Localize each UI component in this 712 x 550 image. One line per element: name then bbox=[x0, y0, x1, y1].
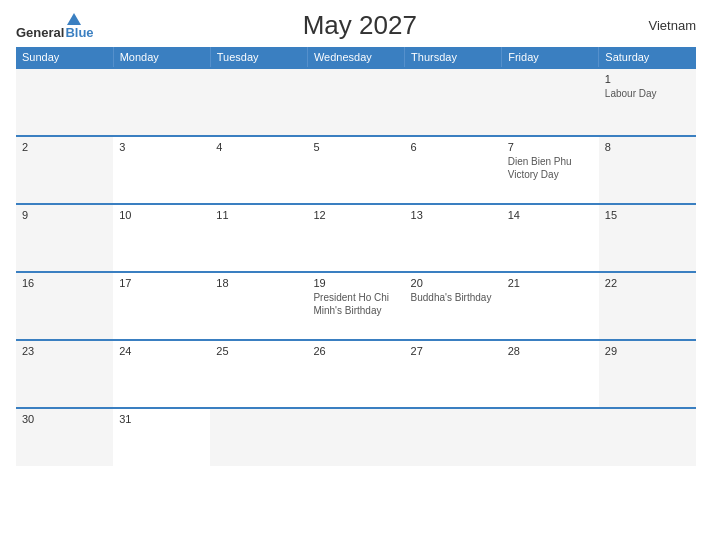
calendar-week-row: 3031 bbox=[16, 408, 696, 466]
holiday-label: Labour Day bbox=[605, 87, 690, 100]
calendar-cell: 29 bbox=[599, 340, 696, 408]
logo-general-text: General bbox=[16, 26, 64, 39]
day-number: 10 bbox=[119, 209, 204, 221]
country-label: Vietnam bbox=[626, 18, 696, 33]
calendar-cell: 1Labour Day bbox=[599, 68, 696, 136]
logo: General Blue bbox=[16, 13, 94, 39]
col-monday: Monday bbox=[113, 47, 210, 68]
day-number: 13 bbox=[411, 209, 496, 221]
calendar-week-row: 234567Dien Bien Phu Victory Day8 bbox=[16, 136, 696, 204]
calendar-cell: 14 bbox=[502, 204, 599, 272]
calendar-week-row: 9101112131415 bbox=[16, 204, 696, 272]
calendar-cell: 12 bbox=[307, 204, 404, 272]
calendar-cell: 31 bbox=[113, 408, 210, 466]
calendar-week-row: 1Labour Day bbox=[16, 68, 696, 136]
day-number: 1 bbox=[605, 73, 690, 85]
day-number: 22 bbox=[605, 277, 690, 289]
col-tuesday: Tuesday bbox=[210, 47, 307, 68]
calendar-cell bbox=[599, 408, 696, 466]
calendar-cell: 5 bbox=[307, 136, 404, 204]
calendar-week-row: 16171819President Ho Chi Minh's Birthday… bbox=[16, 272, 696, 340]
calendar-cell bbox=[502, 68, 599, 136]
holiday-label: President Ho Chi Minh's Birthday bbox=[313, 291, 398, 317]
calendar-cell: 28 bbox=[502, 340, 599, 408]
day-number: 16 bbox=[22, 277, 107, 289]
calendar-cell: 7Dien Bien Phu Victory Day bbox=[502, 136, 599, 204]
calendar-title: May 2027 bbox=[94, 10, 626, 41]
calendar-cell bbox=[405, 408, 502, 466]
day-number: 24 bbox=[119, 345, 204, 357]
calendar-cell: 11 bbox=[210, 204, 307, 272]
calendar-cell: 10 bbox=[113, 204, 210, 272]
day-number: 15 bbox=[605, 209, 690, 221]
calendar-cell: 13 bbox=[405, 204, 502, 272]
day-number: 30 bbox=[22, 413, 107, 425]
calendar-cell: 19President Ho Chi Minh's Birthday bbox=[307, 272, 404, 340]
col-friday: Friday bbox=[502, 47, 599, 68]
day-number: 23 bbox=[22, 345, 107, 357]
calendar-cell: 9 bbox=[16, 204, 113, 272]
day-number: 26 bbox=[313, 345, 398, 357]
calendar-cell bbox=[113, 68, 210, 136]
day-number: 4 bbox=[216, 141, 301, 153]
day-number: 20 bbox=[411, 277, 496, 289]
logo-triangle-icon bbox=[67, 13, 81, 25]
calendar-cell bbox=[210, 68, 307, 136]
day-number: 18 bbox=[216, 277, 301, 289]
day-number: 3 bbox=[119, 141, 204, 153]
calendar-cell: 27 bbox=[405, 340, 502, 408]
day-number: 9 bbox=[22, 209, 107, 221]
calendar-cell: 15 bbox=[599, 204, 696, 272]
calendar-cell bbox=[210, 408, 307, 466]
day-number: 31 bbox=[119, 413, 204, 425]
col-sunday: Sunday bbox=[16, 47, 113, 68]
day-number: 21 bbox=[508, 277, 593, 289]
holiday-label: Dien Bien Phu Victory Day bbox=[508, 155, 593, 181]
day-number: 28 bbox=[508, 345, 593, 357]
day-number: 12 bbox=[313, 209, 398, 221]
calendar-cell bbox=[307, 68, 404, 136]
holiday-label: Buddha's Birthday bbox=[411, 291, 496, 304]
calendar-cell: 21 bbox=[502, 272, 599, 340]
calendar-cell: 24 bbox=[113, 340, 210, 408]
logo-blue-text: Blue bbox=[65, 26, 93, 39]
day-number: 25 bbox=[216, 345, 301, 357]
calendar-cell: 17 bbox=[113, 272, 210, 340]
col-thursday: Thursday bbox=[405, 47, 502, 68]
day-number: 8 bbox=[605, 141, 690, 153]
day-number: 11 bbox=[216, 209, 301, 221]
calendar-cell: 16 bbox=[16, 272, 113, 340]
day-number: 27 bbox=[411, 345, 496, 357]
calendar-cell: 8 bbox=[599, 136, 696, 204]
calendar-cell bbox=[16, 68, 113, 136]
calendar-cell: 2 bbox=[16, 136, 113, 204]
calendar-cell: 4 bbox=[210, 136, 307, 204]
day-number: 7 bbox=[508, 141, 593, 153]
calendar-header-row: Sunday Monday Tuesday Wednesday Thursday… bbox=[16, 47, 696, 68]
calendar-cell: 20Buddha's Birthday bbox=[405, 272, 502, 340]
day-number: 2 bbox=[22, 141, 107, 153]
day-number: 29 bbox=[605, 345, 690, 357]
calendar-cell: 3 bbox=[113, 136, 210, 204]
calendar-cell bbox=[307, 408, 404, 466]
calendar-page: General Blue May 2027 Vietnam Sunday Mon… bbox=[0, 0, 712, 550]
calendar-cell: 18 bbox=[210, 272, 307, 340]
calendar-cell bbox=[405, 68, 502, 136]
calendar-cell: 30 bbox=[16, 408, 113, 466]
calendar-cell bbox=[502, 408, 599, 466]
col-wednesday: Wednesday bbox=[307, 47, 404, 68]
col-saturday: Saturday bbox=[599, 47, 696, 68]
day-number: 14 bbox=[508, 209, 593, 221]
calendar-table: Sunday Monday Tuesday Wednesday Thursday… bbox=[16, 47, 696, 466]
day-number: 5 bbox=[313, 141, 398, 153]
calendar-cell: 23 bbox=[16, 340, 113, 408]
day-number: 6 bbox=[411, 141, 496, 153]
calendar-week-row: 23242526272829 bbox=[16, 340, 696, 408]
calendar-cell: 26 bbox=[307, 340, 404, 408]
calendar-cell: 6 bbox=[405, 136, 502, 204]
calendar-cell: 22 bbox=[599, 272, 696, 340]
day-number: 17 bbox=[119, 277, 204, 289]
day-number: 19 bbox=[313, 277, 398, 289]
calendar-cell: 25 bbox=[210, 340, 307, 408]
header: General Blue May 2027 Vietnam bbox=[16, 10, 696, 41]
